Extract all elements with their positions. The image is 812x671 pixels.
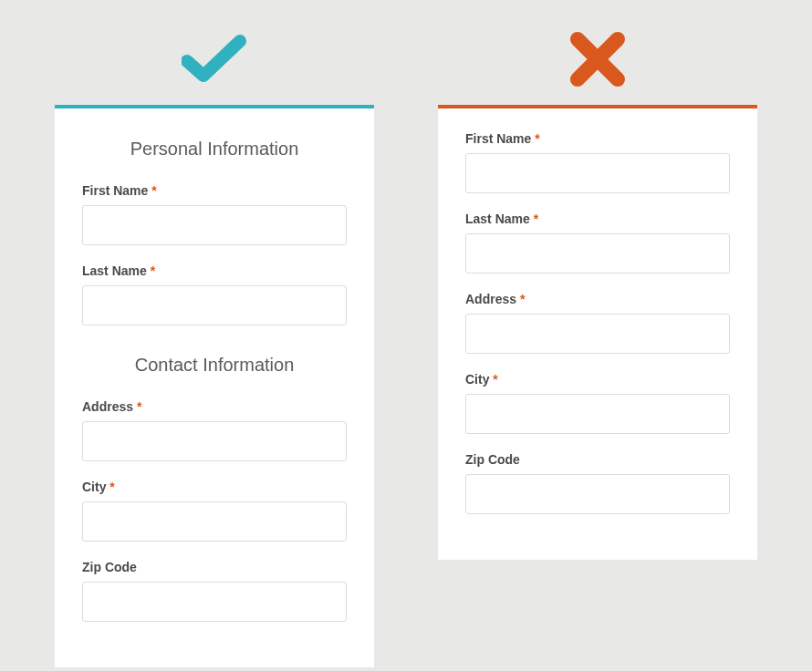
field-first-name: First Name * (82, 183, 347, 245)
address-input[interactable] (82, 421, 347, 461)
city-label: City * (82, 480, 347, 494)
city-input[interactable] (82, 501, 347, 542)
last-name-label: Last Name * (465, 212, 730, 226)
zip-input[interactable] (465, 474, 730, 514)
required-mark: * (109, 480, 114, 494)
field-zip: Zip Code (465, 452, 730, 514)
required-mark: * (151, 263, 155, 278)
good-form-card: Personal Information First Name * Last N… (55, 105, 374, 667)
bad-example-column: First Name * Last Name * Address * City … (438, 27, 757, 671)
good-example-column: Personal Information First Name * Last N… (55, 27, 374, 671)
field-zip: Zip Code (82, 560, 347, 622)
first-name-label: First Name * (82, 183, 347, 198)
bad-form-card: First Name * Last Name * Address * City … (438, 105, 757, 560)
city-label: City * (465, 372, 730, 387)
cross-icon (570, 27, 625, 91)
field-city: City * (82, 480, 347, 542)
first-name-input[interactable] (82, 205, 347, 245)
field-address: Address * (82, 399, 347, 461)
address-label: Address * (465, 292, 730, 306)
field-first-name: First Name * (465, 131, 730, 193)
required-mark: * (151, 183, 156, 198)
last-name-input[interactable] (82, 285, 347, 325)
address-label: Address * (82, 399, 347, 414)
zip-label: Zip Code (465, 452, 730, 467)
field-city: City * (465, 372, 730, 434)
required-mark: * (493, 372, 497, 387)
required-mark: * (534, 212, 538, 226)
section-title-personal: Personal Information (82, 139, 347, 160)
zip-input[interactable] (82, 582, 347, 622)
first-name-input[interactable] (465, 153, 730, 193)
field-last-name: Last Name * (82, 263, 347, 325)
last-name-label: Last Name * (82, 263, 347, 278)
last-name-input[interactable] (465, 233, 730, 274)
required-mark: * (137, 399, 141, 414)
field-address: Address * (465, 292, 730, 354)
section-title-contact: Contact Information (82, 355, 347, 376)
zip-label: Zip Code (82, 560, 347, 574)
check-icon (182, 27, 247, 91)
field-last-name: Last Name * (465, 212, 730, 274)
first-name-label: First Name * (465, 131, 730, 146)
required-mark: * (535, 131, 539, 146)
address-input[interactable] (465, 314, 730, 354)
city-input[interactable] (465, 394, 730, 434)
required-mark: * (520, 292, 525, 306)
